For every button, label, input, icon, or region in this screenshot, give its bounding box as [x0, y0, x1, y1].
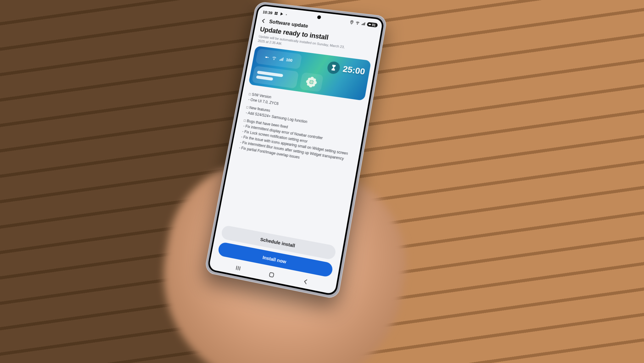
svg-line-22	[239, 267, 240, 270]
hourglass-icon	[327, 61, 341, 75]
photo-background: 10:39 •	[0, 0, 644, 363]
location-icon	[349, 20, 354, 25]
svg-point-5	[357, 24, 357, 24]
svg-rect-6	[369, 24, 371, 25]
svg-point-8	[265, 56, 268, 58]
promo-flower-tile	[299, 72, 324, 92]
promo-timer: 25:00	[327, 61, 366, 78]
changelog[interactable]: S/W Version One UI 7.0, ZYC6 New feature…	[218, 87, 368, 246]
svg-rect-1	[276, 12, 278, 13]
promo-signal-icon	[279, 56, 284, 62]
svg-point-10	[274, 59, 274, 60]
promo-timer-value: 25:00	[342, 64, 366, 76]
promo-dot-icon	[264, 54, 270, 60]
status-more-dot: •	[286, 13, 287, 16]
svg-rect-3	[276, 14, 278, 15]
svg-point-19	[310, 80, 313, 84]
promo-signal-label: 100	[286, 58, 293, 63]
play-store-icon	[280, 12, 284, 16]
svg-line-20	[236, 266, 237, 270]
svg-rect-2	[275, 14, 276, 15]
nav-recents-button[interactable]	[234, 264, 242, 272]
signal-icon	[361, 21, 366, 26]
promo-wifi-icon	[271, 55, 277, 61]
battery-indicator: 91	[367, 22, 378, 27]
nav-back-button[interactable]	[302, 277, 310, 286]
nav-home-button[interactable]	[268, 271, 275, 279]
svg-point-4	[351, 21, 352, 22]
promo-status-tile: 100	[255, 48, 302, 69]
svg-rect-23	[269, 272, 274, 277]
svg-point-9	[268, 57, 269, 58]
svg-rect-0	[275, 12, 276, 13]
promo-lines-tile	[252, 66, 299, 89]
battery-percent: 91	[372, 23, 376, 27]
back-button[interactable]	[260, 18, 267, 24]
status-app-icon	[274, 11, 279, 16]
svg-rect-7	[371, 24, 371, 25]
svg-line-21	[238, 266, 238, 270]
wifi-icon	[355, 21, 360, 25]
status-time: 10:39	[262, 9, 273, 15]
